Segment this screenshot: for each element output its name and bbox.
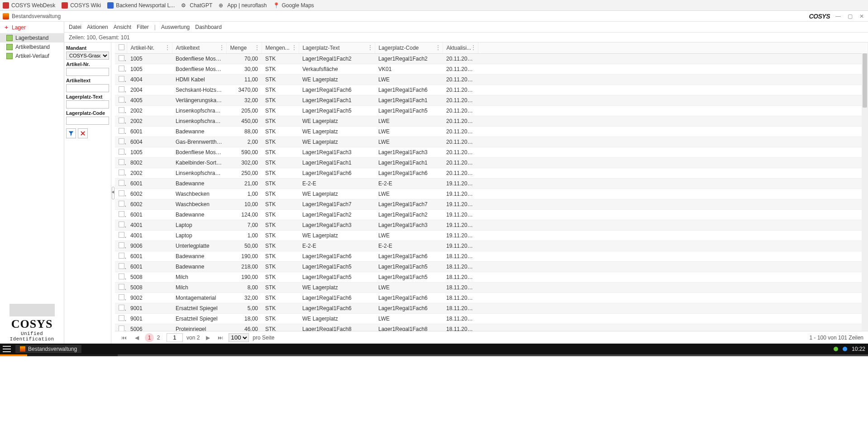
table-row[interactable]: 4001Laptop1,00STKWE LagerplatzLWE19.11.2… xyxy=(115,231,868,241)
table-row[interactable]: 9001Ersatzteil Spiegel18,00STKWE Lagerpl… xyxy=(115,314,868,324)
row-checkbox[interactable] xyxy=(119,118,124,123)
row-checkbox[interactable] xyxy=(119,159,124,165)
column-header[interactable]: Lagerplatz-Text⋮ xyxy=(299,42,375,54)
table-row[interactable]: 9006Unterlegplatte50,00STKE-2-EE-2-E19.1… xyxy=(115,241,868,251)
column-menu-icon[interactable]: ⋮ xyxy=(471,44,476,51)
row-checkbox[interactable] xyxy=(119,242,124,248)
row-checkbox[interactable] xyxy=(119,86,124,92)
vertical-scrollbar[interactable] xyxy=(862,53,868,331)
menu-item[interactable]: Dashboard xyxy=(195,24,222,30)
row-checkbox[interactable] xyxy=(119,253,124,259)
table-row[interactable]: 9002Montagematerial32,00STKLager1Regal1F… xyxy=(115,293,868,303)
row-checkbox[interactable] xyxy=(119,232,124,238)
page-input[interactable] xyxy=(167,333,183,342)
column-header[interactable]: Artikel-Nr.⋮ xyxy=(127,42,172,54)
column-menu-icon[interactable]: ⋮ xyxy=(367,44,373,51)
sidebar-item[interactable]: Artikel-Verlauf xyxy=(0,52,64,61)
row-checkbox[interactable] xyxy=(119,66,124,71)
bookmark-item[interactable]: 📍Google Maps xyxy=(273,2,314,9)
row-checkbox[interactable] xyxy=(119,263,124,269)
row-checkbox[interactable] xyxy=(119,294,124,300)
last-page-button[interactable]: ⏭ xyxy=(216,333,225,342)
clear-filter-button[interactable] xyxy=(78,128,88,138)
table-row[interactable]: 6004Gas-Brennwerttherme2,00STKWE Lagerpl… xyxy=(115,137,868,147)
lagerplatz-code-input[interactable] xyxy=(66,117,109,125)
table-row[interactable]: 6001Badewanne124,00STKLager1Regal1Fach2L… xyxy=(115,210,868,220)
bookmark-item[interactable]: COSYS WebDesk xyxy=(3,2,55,9)
artikeltext-input[interactable] xyxy=(66,84,109,92)
column-header[interactable] xyxy=(115,42,127,54)
close-button[interactable]: ✕ xyxy=(858,13,865,20)
lagerplatz-text-input[interactable] xyxy=(66,100,109,108)
apply-filter-button[interactable] xyxy=(66,128,76,138)
hamburger-icon[interactable] xyxy=(3,346,11,352)
bookmark-item[interactable]: COSYS Wiki xyxy=(62,2,101,9)
table-row[interactable]: 2002Linsenkopfschrauben450,00STKWE Lager… xyxy=(115,116,868,127)
column-menu-icon[interactable]: ⋮ xyxy=(291,44,297,51)
select-all-checkbox[interactable] xyxy=(119,44,124,50)
page-size-select[interactable]: 100 xyxy=(229,333,249,342)
column-menu-icon[interactable]: ⋮ xyxy=(219,44,224,51)
column-header[interactable]: Menge⋮ xyxy=(226,42,262,54)
row-checkbox[interactable] xyxy=(119,76,124,82)
bookmark-item[interactable]: ⊕App | neuroflash xyxy=(219,2,267,9)
table-row[interactable]: 6002Waschbecken1,00STKWE LagerplatzLWE19… xyxy=(115,189,868,199)
table-row[interactable]: 6001Badewanne190,00STKLager1Regal1Fach6L… xyxy=(115,251,868,262)
table-row[interactable]: 2002Linsenkopfschrauben205,00STKLager1Re… xyxy=(115,106,868,116)
row-checkbox[interactable] xyxy=(119,190,124,196)
column-header[interactable]: Lagerplatz-Code⋮ xyxy=(375,42,443,54)
table-row[interactable]: 4001Laptop7,00STKLager1Regal1Fach3Lager1… xyxy=(115,220,868,231)
minimize-button[interactable]: — xyxy=(835,13,842,20)
bookmark-item[interactable]: Backend Newsportal L... xyxy=(107,2,175,9)
next-page-button[interactable]: ▶ xyxy=(203,333,212,342)
column-menu-icon[interactable]: ⋮ xyxy=(254,44,260,51)
menu-item[interactable]: Ansicht xyxy=(114,24,131,30)
table-row[interactable]: 6002Waschbecken10,00STKLager1Regal1Fach7… xyxy=(115,199,868,210)
row-checkbox[interactable] xyxy=(119,128,124,134)
table-row[interactable]: 1005Bodenfliese Mosaik30,00STKVerkaufsfl… xyxy=(115,64,868,75)
menu-item[interactable]: Datei xyxy=(69,24,81,30)
page-number[interactable]: 1 xyxy=(145,333,154,342)
row-checkbox[interactable] xyxy=(119,97,124,103)
row-checkbox[interactable] xyxy=(119,149,124,155)
row-checkbox[interactable] xyxy=(119,326,124,331)
table-row[interactable]: 6001Badewanne218,00STKLager1Regal1Fach5L… xyxy=(115,262,868,272)
column-header[interactable]: Aktualisi...⋮ xyxy=(443,42,478,54)
table-row[interactable]: 6001Badewanne88,00STKWE LagerplatzLWE20.… xyxy=(115,127,868,137)
table-row[interactable]: 6001Badewanne21,00STKE-2-EE-2-E19.11.202… xyxy=(115,179,868,189)
sidebar-item[interactable]: Lagerbestand xyxy=(0,33,64,42)
page-number[interactable]: 2 xyxy=(154,333,163,342)
table-row[interactable]: 2002Linsenkopfschrauben250,00STKLager1Re… xyxy=(115,168,868,179)
table-row[interactable]: 4004HDMI Kabel11,00STKWE LagerplatzLWE20… xyxy=(115,75,868,85)
bookmark-item[interactable]: ⚙ChatGPT xyxy=(181,2,212,9)
sidebar-item[interactable]: Artikelbestand xyxy=(0,42,64,52)
table-row[interactable]: 5008Milch190,00STKLager1Regal1Fach5Lager… xyxy=(115,272,868,283)
table-row[interactable]: 2004Sechskant-Holzschrauben3470,00STKLag… xyxy=(115,85,868,95)
row-checkbox[interactable] xyxy=(119,107,124,113)
column-header[interactable]: Mengen...⋮ xyxy=(262,42,299,54)
row-checkbox[interactable] xyxy=(119,305,124,311)
row-checkbox[interactable] xyxy=(119,180,124,186)
table-row[interactable]: 5008Milch8,00STKWE LagerplatzLWE18.11.20… xyxy=(115,283,868,293)
column-menu-icon[interactable]: ⋮ xyxy=(435,44,441,51)
prev-page-button[interactable]: ◀ xyxy=(132,333,141,342)
row-checkbox[interactable] xyxy=(119,315,124,321)
menu-item[interactable]: Aktionen xyxy=(87,24,108,30)
table-row[interactable]: 5006Proteinriegel46,00STKLager1Regal1Fac… xyxy=(115,324,868,331)
sidebar-section-lager[interactable]: ＋ Lager xyxy=(0,22,64,33)
row-checkbox[interactable] xyxy=(119,55,124,61)
column-menu-icon[interactable]: ⋮ xyxy=(165,44,170,51)
artikelnr-input[interactable] xyxy=(66,68,109,76)
taskbar-task[interactable]: Bestandsverwaltung xyxy=(15,345,81,353)
table-row[interactable]: 4005Verlängerungskabel32,00STKLager1Rega… xyxy=(115,95,868,106)
table-row[interactable]: 1005Bodenfliese Mosaik70,00STKLager1Rega… xyxy=(115,54,868,64)
row-checkbox[interactable] xyxy=(119,284,124,290)
row-checkbox[interactable] xyxy=(119,201,124,207)
splitter-handle[interactable] xyxy=(111,42,115,344)
table-row[interactable]: 8002Kabelbinder-Sortiment302,00STKLager1… xyxy=(115,158,868,168)
menu-item[interactable]: Auswertung xyxy=(161,24,190,30)
row-checkbox[interactable] xyxy=(119,170,124,175)
table-row[interactable]: 9001Ersatzteil Spiegel5,00STKLager1Regal… xyxy=(115,303,868,314)
row-checkbox[interactable] xyxy=(119,274,124,279)
mandant-select[interactable]: COSYS-Grasdorf xyxy=(66,52,109,60)
